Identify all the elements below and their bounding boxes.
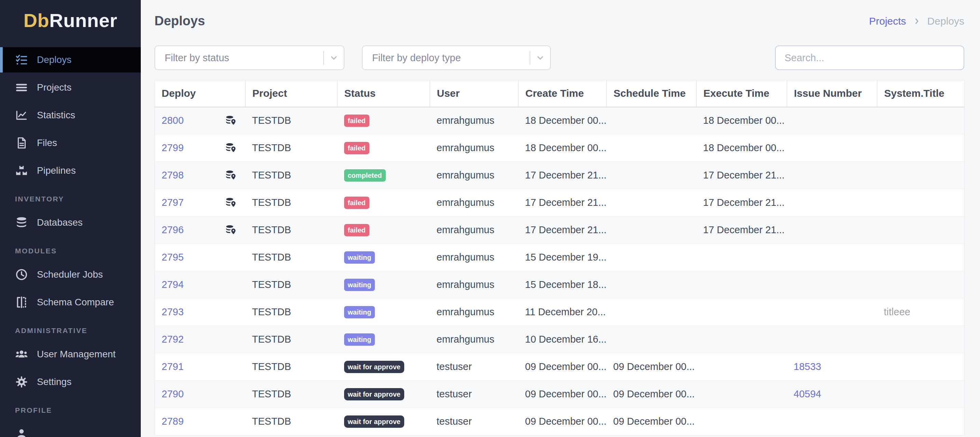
deploy-link[interactable]: 2799 — [162, 142, 184, 153]
project-cell: TESTDB — [245, 298, 337, 326]
user-cell: emrahgumus — [430, 298, 519, 326]
breadcrumb-current: Deploys — [928, 15, 964, 27]
sidebar-item-deploys[interactable]: Deploys — [0, 47, 141, 72]
chart-icon — [15, 109, 28, 122]
execute-time-cell — [697, 326, 787, 353]
sidebar-item-scheduler-jobs[interactable]: Scheduler Jobs — [0, 262, 141, 287]
deploy-link[interactable]: 2790 — [162, 388, 184, 399]
user-cell: testuser — [430, 408, 519, 435]
sidebar-item-user-management[interactable]: User Management — [0, 341, 141, 367]
create-time-cell: 18 December 00... — [519, 107, 606, 134]
schedule-time-cell — [606, 107, 697, 134]
page-title: Deploys — [154, 14, 205, 29]
deploy-link[interactable]: 2791 — [162, 361, 184, 372]
project-cell: TESTDB — [245, 107, 337, 134]
deploy-link[interactable]: 2798 — [162, 170, 184, 180]
create-time-cell: 09 December 00... — [519, 353, 606, 381]
database-pin-icon — [225, 170, 237, 181]
breadcrumb-projects-link[interactable]: Projects — [869, 15, 906, 27]
sidebar-item-profile[interactable] — [0, 421, 141, 437]
user-cell: emrahgumus — [430, 189, 519, 217]
main-content: Deploys Projects Deploys Filter by statu… — [141, 0, 980, 437]
deploy-link[interactable]: 2797 — [162, 197, 184, 208]
execute-time-cell: 18 December 00... — [697, 134, 787, 162]
table-row: 2795 TESTDB waiting emrahgumus 15 Decemb… — [155, 244, 965, 271]
schedule-time-cell: 09 December 00... — [606, 408, 697, 435]
app-logo: DbRunner — [0, 0, 141, 40]
create-time-cell: 11 December 20... — [519, 298, 606, 326]
project-cell: TESTDB — [245, 244, 337, 271]
status-badge: waiting — [344, 333, 375, 346]
sidebar-item-label: Projects — [37, 82, 72, 93]
execute-time-cell — [697, 271, 787, 298]
chevron-down-icon — [324, 52, 344, 64]
column-header: Status — [337, 80, 430, 107]
deploy-link[interactable]: 2789 — [162, 416, 184, 427]
sidebar-item-label: Statistics — [37, 110, 75, 121]
breadcrumb: Projects Deploys — [869, 15, 964, 27]
deploys-table-wrap: DeployProjectStatusUserCreate TimeSchedu… — [154, 80, 964, 435]
deploy-link[interactable]: 2800 — [162, 115, 184, 126]
deploy-link[interactable]: 2794 — [162, 279, 184, 290]
sidebar-item-projects[interactable]: Projects — [0, 75, 141, 100]
create-time-cell: 15 December 18... — [519, 271, 606, 298]
status-badge: completed — [344, 169, 386, 182]
database-pin-icon — [225, 115, 237, 126]
sidebar-item-settings[interactable]: Settings — [0, 369, 141, 395]
column-header: User — [430, 80, 519, 107]
user-cell: emrahgumus — [430, 326, 519, 353]
status-filter-placeholder: Filter by status — [165, 52, 229, 64]
column-header: Execute Time — [697, 80, 787, 107]
user-cell: emrahgumus — [430, 217, 519, 244]
schedule-time-cell — [606, 298, 697, 326]
user-cell: emrahgumus — [430, 271, 519, 298]
status-badge: wait for approve — [344, 388, 404, 400]
status-badge: failed — [344, 224, 369, 236]
sidebar-item-pipelines[interactable]: Pipelines — [0, 158, 141, 183]
sidebar-nav: DeploysProjectsStatisticsFilesPipelinesI… — [0, 40, 141, 437]
table-row: 2800 TESTDB failed emrahgumus 18 Decembe… — [155, 107, 965, 134]
table-row: 2792 TESTDB waiting emrahgumus 10 Decemb… — [155, 326, 965, 353]
deploy-link[interactable]: 2795 — [162, 252, 184, 263]
create-time-cell: 09 December 00... — [519, 381, 606, 408]
table-row: 2796 TESTDB failed emrahgumus 17 Decembe… — [155, 217, 965, 244]
column-header: Project — [245, 80, 337, 107]
user-cell: testuser — [430, 381, 519, 408]
execute-time-cell — [697, 298, 787, 326]
issue-link[interactable]: 40594 — [794, 388, 821, 399]
schedule-time-cell: 09 December 00... — [606, 381, 697, 408]
sidebar-section-label: PROFILE — [15, 406, 141, 415]
table-row: 2794 TESTDB waiting emrahgumus 15 Decemb… — [155, 271, 965, 298]
table-row: 2790 TESTDB wait for approve testuser 09… — [155, 381, 965, 408]
project-cell: TESTDB — [245, 134, 337, 162]
deploy-link[interactable]: 2796 — [162, 224, 184, 235]
column-header: Schedule Time — [606, 80, 697, 107]
project-cell: TESTDB — [245, 189, 337, 217]
database-pin-icon — [225, 142, 237, 154]
sidebar-item-label: Settings — [37, 376, 72, 388]
create-time-cell: 10 December 16... — [519, 326, 606, 353]
sidebar-item-schema-compare[interactable]: Schema Compare — [0, 290, 141, 315]
deploy-type-filter-select[interactable]: Filter by deploy type — [362, 45, 551, 70]
schedule-time-cell — [606, 134, 697, 162]
table-header-row: DeployProjectStatusUserCreate TimeSchedu… — [155, 80, 965, 107]
sidebar-item-databases[interactable]: Databases — [0, 210, 141, 235]
deploy-link[interactable]: 2793 — [162, 306, 184, 317]
status-filter-select[interactable]: Filter by status — [154, 45, 344, 70]
project-cell: TESTDB — [245, 162, 337, 189]
user-cell: emrahgumus — [430, 162, 519, 189]
search-input[interactable] — [775, 45, 964, 70]
project-cell: TESTDB — [245, 353, 337, 381]
sidebar-item-label: Deploys — [37, 54, 72, 65]
create-time-cell: 18 December 00... — [519, 134, 606, 162]
sidebar-item-statistics[interactable]: Statistics — [0, 102, 141, 128]
deploy-link[interactable]: 2792 — [162, 334, 184, 344]
project-cell: TESTDB — [245, 326, 337, 353]
issue-link[interactable]: 18533 — [794, 361, 821, 372]
sidebar-item-label: Scheduler Jobs — [37, 269, 103, 280]
clock-icon — [15, 268, 28, 281]
schedule-time-cell — [606, 189, 697, 217]
project-cell: TESTDB — [245, 381, 337, 408]
sidebar-item-files[interactable]: Files — [0, 130, 141, 156]
status-badge: failed — [344, 197, 369, 209]
